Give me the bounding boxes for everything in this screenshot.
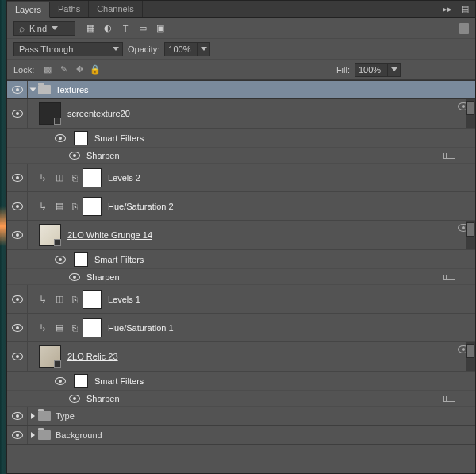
filter-name: Sharpen bbox=[86, 394, 120, 403]
layer-name[interactable]: Levels 1 bbox=[108, 295, 140, 304]
scrollbar[interactable] bbox=[466, 99, 475, 128]
layer-hue-saturation-1[interactable]: ↳ ▤ ⎘ Hue/Saturation 1 bbox=[7, 314, 475, 342]
filter-mask-thumbnail[interactable] bbox=[74, 131, 88, 145]
lock-position-icon[interactable]: ✥ bbox=[74, 64, 85, 75]
disclosure-icon[interactable] bbox=[31, 413, 35, 419]
blend-options-icon[interactable] bbox=[443, 152, 455, 159]
folder-icon bbox=[38, 430, 51, 440]
layers-list: Textures screentexture20 Smart Filters S… bbox=[7, 80, 475, 473]
visibility-toggle[interactable] bbox=[55, 256, 66, 264]
layer-thumbnail[interactable] bbox=[39, 102, 61, 125]
filter-adjust-icon[interactable]: ◐ bbox=[102, 23, 113, 34]
folder-icon bbox=[38, 411, 51, 421]
layer-screentexture20[interactable]: screentexture20 bbox=[7, 99, 475, 129]
blend-mode-dropdown[interactable]: Pass Through bbox=[13, 42, 123, 56]
panel-menu-icon[interactable]: ▤ bbox=[459, 4, 470, 15]
group-textures[interactable]: Textures bbox=[7, 80, 475, 99]
visibility-toggle[interactable] bbox=[7, 99, 28, 128]
smart-filters-row[interactable]: Smart Filters bbox=[7, 250, 475, 269]
blend-mode-value: Pass Through bbox=[19, 44, 73, 54]
visibility-toggle[interactable] bbox=[69, 273, 80, 281]
filter-smart-icon[interactable]: ▣ bbox=[155, 23, 166, 34]
filter-name: Sharpen bbox=[86, 151, 120, 160]
visibility-toggle[interactable] bbox=[7, 314, 28, 342]
filter-kind-dropdown[interactable]: Kind bbox=[13, 21, 75, 36]
layer-name[interactable]: 2LO White Grunge 14 bbox=[67, 230, 152, 240]
visibility-toggle[interactable] bbox=[7, 164, 28, 192]
group-name: Type bbox=[56, 411, 75, 421]
smart-filters-row[interactable]: Smart Filters bbox=[7, 129, 475, 148]
layer-relic-23[interactable]: 2LO Relic 23 bbox=[7, 342, 475, 372]
link-icon[interactable]: ⎘ bbox=[72, 295, 78, 304]
layer-name[interactable]: Hue/Saturation 2 bbox=[108, 202, 174, 211]
mask-thumbnail[interactable] bbox=[83, 290, 102, 309]
smart-filters-label: Smart Filters bbox=[94, 255, 144, 264]
filter-shape-icon[interactable]: ▭ bbox=[137, 23, 148, 34]
smart-filters-row[interactable]: Smart Filters bbox=[7, 372, 475, 391]
visibility-toggle[interactable] bbox=[7, 285, 28, 314]
visibility-toggle[interactable] bbox=[7, 221, 28, 249]
link-icon[interactable]: ⎘ bbox=[72, 173, 78, 183]
visibility-toggle[interactable] bbox=[55, 377, 66, 385]
hue-sat-icon: ▤ bbox=[52, 320, 67, 336]
layer-thumbnail[interactable] bbox=[39, 224, 61, 246]
scrollbar[interactable] bbox=[466, 342, 475, 371]
filter-toggle-icon[interactable] bbox=[459, 23, 469, 34]
layer-name[interactable]: Hue/Saturation 1 bbox=[108, 323, 174, 333]
layer-white-grunge-14[interactable]: 2LO White Grunge 14 bbox=[7, 221, 475, 250]
lock-pixels-icon[interactable]: ✎ bbox=[58, 64, 69, 75]
visibility-toggle[interactable] bbox=[55, 134, 66, 142]
layer-levels-2[interactable]: ↳ ◫ ⎘ Levels 2 bbox=[7, 164, 475, 192]
scrollbar[interactable] bbox=[466, 221, 475, 249]
lock-label: Lock: bbox=[13, 65, 34, 75]
mask-thumbnail[interactable] bbox=[83, 318, 102, 337]
mask-thumbnail[interactable] bbox=[83, 168, 102, 187]
fill-label: Fill: bbox=[336, 65, 350, 75]
lock-transparent-icon[interactable]: ▩ bbox=[42, 64, 53, 75]
filter-pixel-icon[interactable]: ▦ bbox=[85, 23, 96, 34]
tab-paths[interactable]: Paths bbox=[50, 1, 89, 17]
filter-sharpen[interactable]: Sharpen bbox=[7, 148, 475, 164]
visibility-toggle[interactable] bbox=[7, 192, 28, 221]
disclosure-icon[interactable] bbox=[31, 432, 35, 438]
filter-mask-thumbnail[interactable] bbox=[74, 374, 88, 388]
opacity-input[interactable]: 100% bbox=[164, 42, 210, 56]
visibility-toggle[interactable] bbox=[69, 152, 80, 160]
visibility-toggle[interactable] bbox=[7, 81, 28, 98]
lock-all-icon[interactable]: 🔒 bbox=[90, 64, 101, 75]
clip-icon: ↳ bbox=[39, 294, 47, 305]
visibility-toggle[interactable] bbox=[7, 426, 28, 444]
blend-row: Pass Through Opacity: 100% bbox=[7, 39, 475, 60]
layer-name[interactable]: screentexture20 bbox=[67, 109, 130, 118]
hue-sat-icon: ▤ bbox=[52, 198, 67, 214]
collapse-icon[interactable]: ▸▸ bbox=[442, 4, 453, 15]
group-background[interactable]: Background bbox=[7, 426, 475, 445]
visibility-toggle[interactable] bbox=[69, 395, 80, 403]
blend-options-icon[interactable] bbox=[443, 395, 455, 402]
filter-mask-thumbnail[interactable] bbox=[74, 252, 88, 267]
blend-options-icon[interactable] bbox=[443, 274, 455, 280]
tab-channels[interactable]: Channels bbox=[89, 1, 142, 17]
link-icon[interactable]: ⎘ bbox=[72, 202, 78, 211]
filter-row: Kind ▦ ◐ T ▭ ▣ bbox=[7, 18, 475, 39]
tab-layers[interactable]: Layers bbox=[7, 2, 50, 18]
mask-thumbnail[interactable] bbox=[83, 197, 102, 216]
opacity-label: Opacity: bbox=[128, 44, 159, 54]
layers-panel: Layers Paths Channels ▸▸ ▤ Kind ▦ ◐ T ▭ … bbox=[6, 0, 476, 474]
group-type[interactable]: Type bbox=[7, 407, 475, 426]
smart-filters-label: Smart Filters bbox=[94, 133, 144, 143]
layer-hue-saturation-2[interactable]: ↳ ▤ ⎘ Hue/Saturation 2 bbox=[7, 192, 475, 221]
fill-input[interactable]: 100% bbox=[355, 63, 401, 77]
layer-thumbnail[interactable] bbox=[39, 345, 61, 368]
visibility-toggle[interactable] bbox=[7, 407, 28, 425]
filter-sharpen[interactable]: Sharpen bbox=[7, 269, 475, 285]
layer-name[interactable]: 2LO Relic 23 bbox=[67, 352, 118, 361]
layer-levels-1[interactable]: ↳ ◫ ⎘ Levels 1 bbox=[7, 285, 475, 314]
layer-name[interactable]: Levels 2 bbox=[108, 173, 140, 183]
filter-sharpen[interactable]: Sharpen bbox=[7, 391, 475, 407]
link-icon[interactable]: ⎘ bbox=[72, 323, 78, 333]
visibility-toggle[interactable] bbox=[7, 342, 28, 371]
clip-icon: ↳ bbox=[39, 172, 47, 183]
filter-type-icon[interactable]: T bbox=[120, 23, 131, 34]
disclosure-icon[interactable] bbox=[30, 88, 36, 92]
